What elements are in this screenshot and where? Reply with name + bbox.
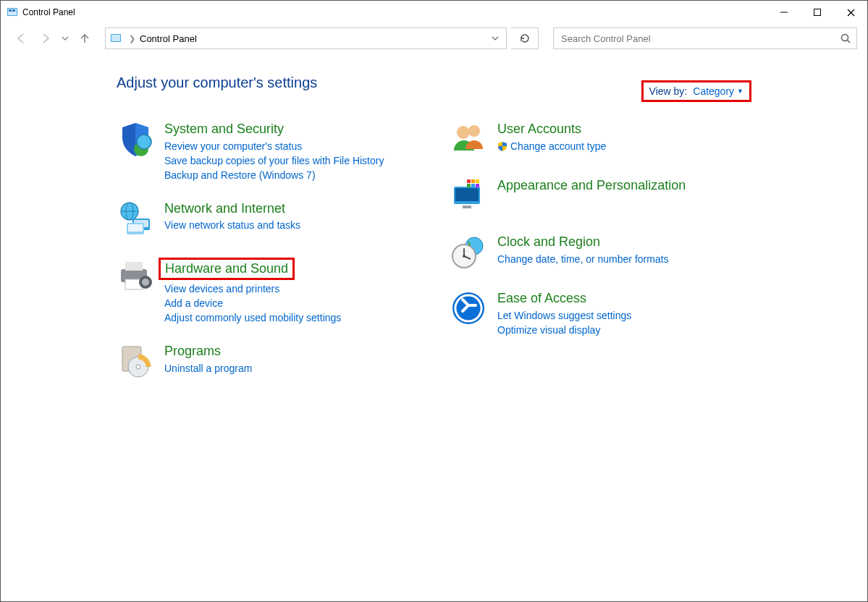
svg-point-43 <box>463 255 465 258</box>
control-panel-icon <box>7 7 18 18</box>
maximize-button[interactable] <box>801 1 834 24</box>
svg-rect-37 <box>471 184 475 187</box>
svg-rect-38 <box>476 184 479 187</box>
breadcrumb-separator: ❯ <box>125 34 140 43</box>
svg-rect-5 <box>814 9 821 16</box>
uac-shield-icon <box>497 141 507 151</box>
monitor-colors-icon <box>450 177 487 214</box>
view-by-selector[interactable]: View by: Category ▼ <box>641 80 751 102</box>
category-link[interactable]: View devices and printers <box>164 283 341 294</box>
category-title[interactable]: Appearance and Personalization <box>497 178 686 194</box>
window-controls <box>767 1 867 24</box>
titlebar: Control Panel <box>1 1 867 24</box>
category-link[interactable]: Uninstall a program <box>164 363 252 374</box>
svg-rect-3 <box>12 9 15 12</box>
up-button[interactable] <box>75 28 95 48</box>
category-title[interactable]: Ease of Access <box>497 291 586 307</box>
view-by-label: View by: <box>649 85 688 97</box>
ease-of-access-icon <box>450 289 487 327</box>
category-link[interactable]: Review your computer's status <box>164 140 384 152</box>
back-button[interactable] <box>11 28 31 48</box>
svg-rect-32 <box>463 205 471 208</box>
recent-dropdown[interactable] <box>60 28 70 48</box>
category-user-accounts: User Accounts Change account type <box>450 120 739 158</box>
category-title[interactable]: Network and Internet <box>164 201 285 217</box>
category-link[interactable]: Optimize visual display <box>497 324 631 336</box>
window-title: Control Panel <box>22 7 75 17</box>
search-icon <box>840 33 851 43</box>
chevron-down-icon: ▼ <box>737 88 743 95</box>
svg-point-24 <box>142 279 149 286</box>
address-dropdown-icon[interactable] <box>489 35 502 42</box>
search-input[interactable] <box>560 33 840 45</box>
category-link[interactable]: Change account type <box>497 140 606 152</box>
svg-point-28 <box>457 126 470 139</box>
svg-rect-31 <box>455 188 479 201</box>
toolbar: ❯ Control Panel <box>1 24 867 53</box>
control-panel-icon <box>110 33 122 44</box>
breadcrumb-item[interactable]: Control Panel <box>140 33 197 44</box>
svg-rect-2 <box>9 9 12 12</box>
view-by-value[interactable]: Category ▼ <box>693 85 743 97</box>
svg-point-27 <box>136 365 140 369</box>
category-title[interactable]: Hardware and Sound <box>159 258 295 281</box>
svg-rect-35 <box>476 179 479 183</box>
category-programs: Programs Uninstall a program <box>117 342 406 380</box>
shield-icon <box>117 120 154 158</box>
close-button[interactable] <box>834 1 867 24</box>
svg-rect-36 <box>467 184 471 187</box>
category-link[interactable]: Change date, time, or number formats <box>497 253 669 265</box>
category-link[interactable]: Save backup copies of your files with Fi… <box>164 155 384 166</box>
svg-rect-19 <box>128 224 143 232</box>
category-title[interactable]: Clock and Region <box>497 234 600 250</box>
forward-button[interactable] <box>35 28 56 48</box>
svg-rect-34 <box>471 179 475 183</box>
users-icon <box>450 120 487 158</box>
category-clock-region: Clock and Region Change date, time, or n… <box>450 233 739 271</box>
category-link[interactable]: Adjust commonly used mobility settings <box>164 312 341 323</box>
category-title[interactable]: System and Security <box>164 122 284 137</box>
category-link[interactable]: Let Windows suggest settings <box>497 310 631 321</box>
view-by-value-text: Category <box>693 85 734 97</box>
category-title[interactable]: Programs <box>164 344 221 360</box>
category-link[interactable]: Add a device <box>164 297 341 309</box>
refresh-button[interactable] <box>511 27 539 49</box>
category-link[interactable]: Backup and Restore (Windows 7) <box>164 169 384 181</box>
printer-icon <box>117 256 154 294</box>
category-ease-of-access: Ease of Access Let Windows suggest setti… <box>450 289 739 336</box>
category-link[interactable]: View network status and tasks <box>164 219 300 231</box>
category-network-internet: Network and Internet View network status… <box>117 200 406 237</box>
clock-globe-icon <box>450 233 487 271</box>
svg-point-44 <box>452 292 484 324</box>
search-box[interactable] <box>553 27 857 49</box>
category-appearance: Appearance and Personalization <box>450 177 739 214</box>
category-hardware-sound: Hardware and Sound View devices and prin… <box>117 256 406 324</box>
minimize-button[interactable] <box>767 1 801 24</box>
svg-rect-33 <box>467 179 471 183</box>
svg-rect-21 <box>125 262 143 271</box>
address-bar[interactable]: ❯ Control Panel <box>105 27 507 49</box>
content-area: Adjust your computer's settings View by:… <box>1 53 867 399</box>
left-column: System and Security Review your computer… <box>117 120 406 399</box>
right-column: User Accounts Change account type Appear… <box>450 120 739 399</box>
svg-point-29 <box>468 125 480 137</box>
svg-rect-9 <box>111 35 120 41</box>
svg-point-10 <box>842 35 848 41</box>
network-icon <box>117 200 154 237</box>
disc-box-icon <box>117 342 154 380</box>
svg-line-11 <box>848 41 851 43</box>
category-system-security: System and Security Review your computer… <box>117 120 406 181</box>
category-title[interactable]: User Accounts <box>497 122 581 137</box>
category-link-text: Change account type <box>510 140 606 152</box>
